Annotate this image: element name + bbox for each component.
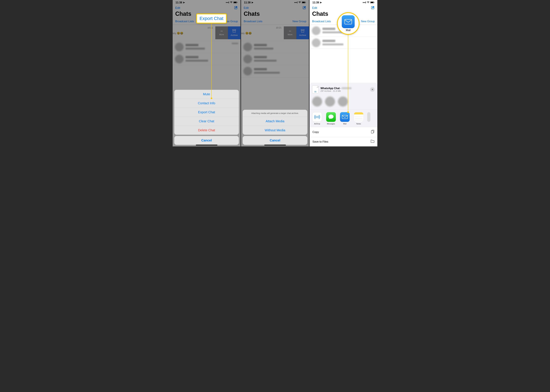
signal-icon: •••l [363, 1, 366, 4]
save-label: Save to Files [313, 140, 328, 143]
folder-icon [371, 140, 374, 144]
zip-file-icon: zip [312, 86, 319, 93]
contact-avatar[interactable] [338, 97, 348, 106]
sheet-hint: Attaching media will generate a larger c… [243, 110, 307, 117]
chat-name [322, 40, 335, 42]
without-media-button[interactable]: Without Media [243, 126, 307, 135]
delete-chat-button[interactable]: Delete Chat [174, 126, 239, 135]
app-label: AirDrop [314, 123, 320, 125]
notes-app[interactable]: Notes [353, 112, 364, 125]
share-sheet: zip WhatsApp Chat · ZIP Archive · 31.6 M… [310, 83, 377, 147]
compose-icon[interactable] [371, 6, 375, 10]
svg-rect-16 [374, 2, 374, 3]
clear-chat-button[interactable]: Clear Chat [174, 117, 239, 126]
screen-2: 11:38 ➤ •••l Edit Chats Broadcast Lists … [241, 0, 309, 147]
messages-app[interactable]: Messages [326, 112, 336, 125]
copy-label: Copy [313, 131, 319, 134]
app-label: Notes [357, 123, 361, 125]
new-group-link[interactable]: New Group [361, 20, 375, 23]
status-bar: 11:39 ➤ •••l [310, 0, 377, 5]
mute-button[interactable]: Mute [174, 90, 239, 99]
copy-option[interactable]: Copy [310, 127, 377, 137]
action-sheet: Attaching media will generate a larger c… [243, 110, 307, 145]
screen-1: 11:38 ➤ •••l Edit Chats Broadcast Lists … [173, 0, 240, 147]
home-indicator[interactable] [196, 145, 217, 146]
callout-line [348, 35, 348, 112]
cancel-button[interactable]: Cancel [174, 136, 239, 145]
callout-dot [211, 98, 212, 99]
share-header: zip WhatsApp Chat · ZIP Archive · 31.6 M… [310, 85, 377, 95]
callout-dot [347, 111, 349, 113]
copy-icon [371, 130, 374, 134]
share-contacts-row [310, 95, 377, 110]
attach-media-button[interactable]: Attach Media [243, 117, 307, 126]
svg-rect-22 [345, 19, 352, 24]
chat-name [322, 28, 335, 30]
preview-blur [322, 43, 343, 45]
edit-button[interactable]: Edit [312, 6, 317, 10]
cancel-button[interactable]: Cancel [243, 136, 307, 145]
broadcast-lists-link[interactable]: Broadcast Lists [312, 20, 331, 23]
export-chat-button[interactable]: Export Chat [174, 108, 239, 117]
mail-app[interactable]: Mail [340, 112, 350, 125]
time: 11:39 [313, 1, 319, 4]
svg-rect-15 [371, 2, 373, 3]
nav-bar: Edit [310, 5, 377, 10]
share-apps-row: AirDrop Messages Mail Not [310, 110, 377, 127]
mail-icon [342, 115, 348, 119]
wifi-icon [367, 1, 370, 4]
svg-rect-19 [342, 115, 348, 119]
home-indicator[interactable] [264, 145, 286, 146]
export-chat-callout: Export Chat [196, 14, 227, 23]
save-to-files-option[interactable]: Save to Files [310, 137, 377, 147]
messages-icon [328, 114, 334, 120]
contact-info-button[interactable]: Contact Info [174, 99, 239, 108]
chat-row[interactable] [310, 37, 377, 49]
avatar [312, 26, 321, 35]
screen-3: 11:39 ➤ •••l Edit Chats Broadcast Lists … [310, 0, 377, 147]
contact-avatar[interactable] [312, 97, 322, 106]
share-file-subtitle: ZIP Archive · 31.6 MB [321, 90, 351, 92]
callout-line [211, 22, 212, 98]
mail-callout-label: Mail [346, 29, 350, 32]
svg-point-18 [316, 116, 318, 118]
battery-icon [370, 1, 374, 4]
app-label: Messages [327, 123, 335, 125]
close-button[interactable]: ✕ [370, 87, 375, 92]
airdrop-icon [314, 114, 320, 120]
app-overflow[interactable] [367, 112, 371, 125]
airdrop-app[interactable]: AirDrop [312, 112, 322, 125]
action-sheet: Mute Contact Info Export Chat Clear Chat… [174, 90, 239, 145]
contact-avatar[interactable] [325, 97, 335, 106]
mail-icon [342, 15, 355, 28]
app-label: Mail [343, 123, 346, 125]
svg-rect-21 [371, 131, 373, 133]
avatar [312, 38, 321, 47]
share-file-title: WhatsApp Chat · [321, 87, 351, 90]
location-icon: ➤ [320, 1, 322, 4]
mail-callout: Mail [337, 12, 359, 35]
